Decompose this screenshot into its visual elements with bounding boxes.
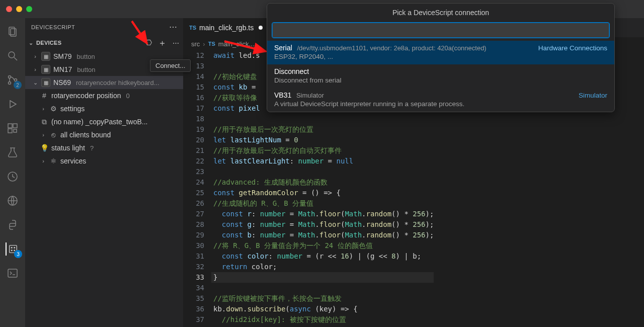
qp-item-primary: VB31 [274, 91, 291, 99]
service-label: all clients bound [60, 131, 111, 139]
explorer-icon[interactable] [6, 25, 19, 38]
typescript-icon: TS [208, 41, 215, 47]
tab-label: main_click_rgb.ts [199, 24, 254, 32]
qp-item-category: Hardware Connections [538, 44, 607, 52]
service-value: ? [90, 144, 94, 152]
connect-device-icon[interactable]: ⎔ [145, 38, 152, 47]
chevron-down-icon: ⌄ [28, 40, 34, 46]
quickpick-input[interactable] [272, 23, 609, 38]
maximize-window-button[interactable] [26, 6, 32, 12]
service-clients[interactable]: › ⎋ all clients bound [25, 128, 183, 141]
device-label: MN17 [53, 65, 72, 73]
quickpick-list: Serial /dev/tty.usbmodem1101, vendor: 2e… [267, 41, 614, 112]
qp-item-category: Simulator [579, 92, 607, 99]
device-ns69[interactable]: ⌄ ▦ NS69 rotaryencoder hidkeyboard... [25, 76, 183, 89]
service-value: 0 [126, 92, 130, 100]
device-label: SM79 [53, 52, 72, 60]
svg-point-4 [9, 76, 11, 78]
svg-rect-20 [8, 269, 17, 277]
qp-item-primary: Serial [274, 44, 292, 52]
device-chip-icon: ▦ [41, 78, 50, 87]
dirty-indicator-icon [259, 26, 263, 30]
device-detail: button [77, 66, 95, 73]
scm-badge: 2 [14, 81, 22, 89]
link-icon: ⎋ [49, 131, 57, 139]
chevron-down-icon: ⌄ [32, 79, 38, 86]
service-label: settings [60, 105, 85, 113]
svg-point-2 [9, 52, 15, 58]
device-chip-icon: ▦ [41, 65, 50, 74]
service-label: status light [51, 144, 85, 152]
gear-icon: ⚙ [49, 105, 57, 113]
extensions-icon[interactable] [6, 122, 19, 135]
line-number-gutter: 1213141516171819202122232425262728293031… [183, 50, 213, 327]
search-icon[interactable] [6, 49, 19, 62]
quickpick-item-disconnect[interactable]: Disconnect Disconnect from serial [267, 64, 614, 88]
sidebar-header: DEVICESCRIPT ⋯ [25, 18, 183, 36]
breadcrumb-segment[interactable]: src [191, 40, 200, 48]
python-icon[interactable] [6, 218, 19, 231]
svg-point-5 [9, 82, 11, 85]
qp-item-desc: A virtual DeviceScript interpreter runni… [274, 100, 607, 108]
service-status-light[interactable]: 💡 status light ? [25, 141, 183, 154]
service-services[interactable]: › ⚛ services [25, 154, 183, 168]
add-device-icon[interactable]: ＋ [158, 37, 167, 49]
quickpick-item-serial[interactable]: Serial /dev/tty.usbmodem1101, vendor: 2e… [267, 41, 614, 64]
sidebar-more-icon[interactable]: ⋯ [169, 22, 178, 32]
svg-rect-11 [14, 129, 17, 132]
section-more-icon[interactable]: ⋯ [173, 39, 179, 47]
service-copypaste[interactable]: ⧉ (no name) _copyPaste_twoB... [25, 115, 183, 128]
chevron-right-icon: › [203, 40, 205, 48]
devices-section-header[interactable]: ⌄ DEVICES ⎔ ＋ ⋯ [25, 36, 183, 50]
device-label: NS69 [53, 78, 71, 87]
svg-line-3 [14, 57, 17, 60]
service-settings[interactable]: › ⚙ settings [25, 102, 183, 115]
service-label: rotaryencoder position [51, 92, 121, 100]
section-title: DEVICES [36, 40, 61, 46]
tooltip-label: Connect... [155, 62, 185, 69]
breadcrumb-segment[interactable]: main_click... [218, 40, 255, 48]
qp-item-primary: Disconnect [274, 67, 309, 75]
typescript-icon: TS [189, 25, 196, 31]
svg-rect-10 [8, 129, 12, 133]
quickpick-connection: Pick a DeviceScript connection Serial /d… [267, 3, 615, 112]
hash-icon: # [40, 92, 48, 100]
svg-rect-9 [13, 124, 17, 128]
service-label: services [60, 157, 86, 165]
service-rotary[interactable]: # rotaryencoder position 0 [25, 89, 183, 102]
service-label: (no name) _copyPaste_twoB... [51, 118, 147, 126]
svg-point-18 [11, 250, 12, 251]
source-control-icon[interactable]: 2 [6, 73, 19, 87]
chevron-right-icon: › [40, 106, 46, 112]
connect-tooltip: Connect... [150, 59, 191, 72]
device-detail: button [77, 53, 95, 60]
svg-marker-7 [10, 101, 16, 108]
remote-icon[interactable] [6, 194, 19, 207]
testing-icon[interactable] [6, 146, 19, 159]
tab-main-click-rgb[interactable]: TS main_click_rgb.ts [183, 18, 269, 37]
svg-rect-8 [8, 124, 12, 128]
run-debug-icon[interactable] [6, 98, 19, 111]
services-icon: ⚛ [49, 157, 57, 165]
timeline-icon[interactable] [6, 170, 19, 183]
quickpick-title: Pick a DeviceScript connection [267, 4, 614, 19]
device-detail: rotaryencoder hidkeyboard... [76, 79, 159, 87]
svg-point-16 [11, 247, 12, 248]
qp-item-desc: ESP32, RP2040, ... [274, 53, 607, 60]
svg-point-17 [14, 247, 15, 248]
chevron-right-icon: › [40, 158, 46, 164]
qp-item-secondary: Simulator [296, 92, 324, 99]
sidebar-title: DEVICESCRIPT [31, 24, 75, 30]
close-window-button[interactable] [6, 6, 12, 12]
chevron-right-icon: › [32, 66, 38, 72]
quickpick-item-vb31[interactable]: VB31 Simulator Simulator A virtual Devic… [267, 88, 614, 112]
minimize-window-button[interactable] [16, 6, 22, 12]
chevron-right-icon: › [32, 53, 38, 59]
qp-item-desc: Disconnect from serial [274, 76, 607, 84]
activity-bar: 2 3 [0, 18, 25, 327]
terminal-icon[interactable] [6, 267, 19, 280]
devicescript-icon[interactable]: 3 [6, 242, 19, 256]
devicescript-badge: 3 [14, 250, 22, 258]
process-icon: ⧉ [40, 118, 48, 126]
device-chip-icon: ▦ [41, 52, 50, 61]
